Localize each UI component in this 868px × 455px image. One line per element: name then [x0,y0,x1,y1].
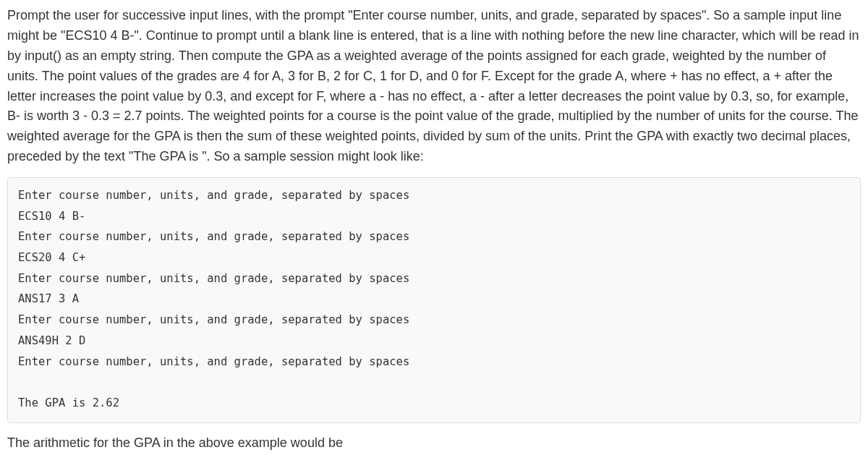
sample-session-code: Enter course number, units, and grade, s… [7,177,861,422]
problem-statement: Prompt the user for successive input lin… [7,6,861,167]
arithmetic-explanation: The arithmetic for the GPA in the above … [7,433,861,454]
